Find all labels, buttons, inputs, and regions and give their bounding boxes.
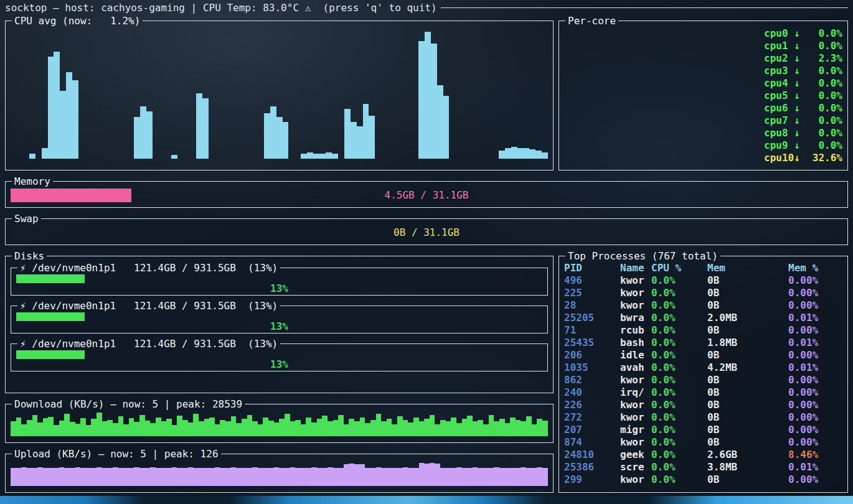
download-bar xyxy=(290,421,296,436)
core-usage-value: 0.0% xyxy=(808,102,842,114)
download-bar xyxy=(370,420,376,436)
process-row: 71rcub0.0%0B0.00% xyxy=(564,324,842,337)
download-bar xyxy=(134,422,139,436)
mem-pct-cell: 0.01% xyxy=(788,362,842,374)
per-core-list: cpu0 ↓0.0%cpu1 ↓0.0%cpu2 ↓2.3%cpu3 ↓0.0%… xyxy=(564,27,842,164)
upload-bar xyxy=(59,467,65,486)
upload-bar xyxy=(134,467,139,486)
name-cell: kwor xyxy=(620,274,651,287)
process-header-cell: CPU % xyxy=(651,262,707,274)
cpu-history-bar xyxy=(369,116,375,159)
name-cell: kwor xyxy=(620,399,651,411)
core-usage-value: 0.0% xyxy=(808,27,842,39)
upload-bar xyxy=(510,468,516,486)
cpu-cell: 0.0% xyxy=(651,424,707,436)
title-rule xyxy=(441,7,848,8)
cpu-history-bar xyxy=(344,109,351,159)
name-cell: kwor xyxy=(620,474,651,486)
upload-bar xyxy=(370,468,376,486)
upload-bar xyxy=(113,467,118,486)
process-row: 28kwor0.0%0B0.00% xyxy=(564,299,842,312)
upload-bar xyxy=(258,468,263,486)
core-sparkline xyxy=(564,142,759,151)
upload-bar xyxy=(430,463,435,486)
download-bar xyxy=(365,423,370,436)
cpu-history-bar xyxy=(425,32,431,159)
download-bar xyxy=(338,415,344,436)
download-bar xyxy=(156,418,161,436)
name-cell: scre xyxy=(620,461,651,474)
core-sparkline xyxy=(564,80,759,89)
mem-pct-cell: 0.00% xyxy=(788,274,842,287)
name-cell: kwor xyxy=(620,287,651,299)
core-sparkline xyxy=(564,67,759,77)
cpu-history-bar xyxy=(535,151,542,159)
upload-bar xyxy=(301,468,306,486)
cpu-cell: 0.0% xyxy=(651,449,707,461)
app-title: socktop — host: cachyos-gaming | CPU Tem… xyxy=(5,2,437,14)
upload-bar xyxy=(376,467,382,486)
download-bar xyxy=(349,419,354,436)
per-core-panel: Per-core cpu0 ↓0.0%cpu1 ↓0.0%cpu2 ↓2.3%c… xyxy=(558,15,848,170)
download-bar xyxy=(220,420,225,436)
download-bar xyxy=(37,422,43,436)
download-bar xyxy=(231,416,237,436)
cpu-avg-chart xyxy=(11,28,548,159)
upload-bar xyxy=(64,468,70,486)
upload-bar xyxy=(354,464,360,486)
upload-bar xyxy=(333,468,339,486)
upload-bar xyxy=(91,468,97,486)
download-bar xyxy=(263,418,268,436)
upload-bar xyxy=(182,468,188,486)
upload-bar xyxy=(268,468,274,486)
core-row: cpu10↓32.6% xyxy=(564,151,842,164)
download-bar xyxy=(360,418,365,436)
download-bar xyxy=(80,418,86,436)
upload-bar xyxy=(48,468,54,486)
mem-pct-cell: 0.00% xyxy=(788,349,842,362)
core-sparkline xyxy=(564,92,759,101)
upload-bar xyxy=(328,467,333,486)
cpu-history-bar xyxy=(418,41,425,159)
upload-bar xyxy=(129,468,134,486)
upload-bar xyxy=(295,468,301,486)
dashboard-grid: CPU avg (now: 1.2%) Per-core cpu0 ↓0.0%c… xyxy=(0,15,853,493)
upload-title: Upload (KB/s) — now: 5 | peak: 126 xyxy=(12,448,221,460)
pid-cell: 272 xyxy=(564,411,620,424)
pid-cell: 862 xyxy=(564,374,620,386)
download-bar xyxy=(48,417,54,437)
upload-bar xyxy=(290,467,296,486)
process-header-cell: PID xyxy=(564,262,620,274)
mem-pct-cell: 0.00% xyxy=(788,399,842,411)
upload-bar xyxy=(435,464,440,486)
download-bar xyxy=(43,418,49,436)
cpu-history-bar xyxy=(54,52,60,159)
power-icon: ⚡ xyxy=(20,338,26,350)
cpu-history-bar xyxy=(443,96,450,159)
upload-bar xyxy=(532,468,537,486)
mem-pct-cell: 0.00% xyxy=(788,324,842,337)
title-bar: socktop — host: cachyos-gaming | CPU Tem… xyxy=(0,0,853,15)
cpu-history-bar xyxy=(511,147,517,159)
process-table-body: 496kwor0.0%0B0.00%225kwor0.0%0B0.00%28kw… xyxy=(564,274,842,486)
download-bar xyxy=(70,422,75,436)
upload-bar xyxy=(274,467,280,486)
download-bar xyxy=(150,423,156,436)
core-sparkline xyxy=(564,55,759,64)
mem-cell: 0B xyxy=(707,399,788,411)
disk-label: /dev/nvme0n1p1 121.4GB / 931.5GB (13%) xyxy=(32,262,278,274)
download-bar xyxy=(333,420,339,436)
name-cell: kwor xyxy=(620,411,651,424)
upload-bar xyxy=(413,468,419,486)
download-bar xyxy=(59,421,65,436)
name-cell: rcub xyxy=(620,324,651,337)
process-row: 25386scre0.0%3.8MB0.01% xyxy=(564,461,842,474)
cpu-cell: 0.0% xyxy=(651,299,707,312)
upload-bar xyxy=(123,468,129,486)
disk-usage-percent: 13% xyxy=(16,359,542,370)
swap-gauge: 0B / 31.1GB xyxy=(11,226,842,240)
cpu-history-bar xyxy=(529,149,535,159)
download-bar xyxy=(381,421,387,436)
name-cell: bash xyxy=(620,337,651,349)
download-bar xyxy=(177,416,182,436)
